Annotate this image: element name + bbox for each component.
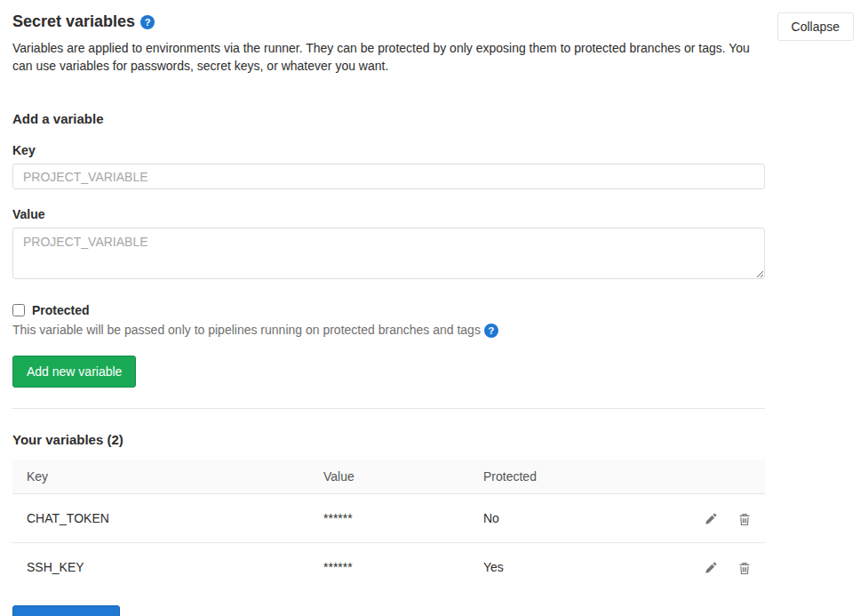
- trash-icon: [738, 564, 751, 578]
- protected-checkbox[interactable]: [12, 304, 25, 316]
- variables-table: Key Value Protected CHAT_TOKEN ****** No: [12, 460, 765, 591]
- reveal-values-button[interactable]: Reveal Values: [12, 605, 120, 616]
- add-new-variable-button[interactable]: Add new variable: [12, 356, 136, 388]
- key-label: Key: [12, 143, 854, 157]
- secret-variables-section: Secret variables ? Collapse Variables ar…: [0, 0, 868, 616]
- protected-help-icon[interactable]: ?: [484, 324, 498, 338]
- variable-actions-cell: [667, 542, 765, 590]
- column-header-key: Key: [12, 460, 309, 494]
- table-row: CHAT_TOKEN ****** No: [12, 494, 765, 543]
- table-row: SSH_KEY ****** Yes: [12, 542, 765, 590]
- table-header-row: Key Value Protected: [12, 460, 765, 494]
- collapse-button[interactable]: Collapse: [777, 12, 854, 41]
- column-header-protected: Protected: [469, 460, 667, 494]
- variable-value-cell: ******: [309, 542, 469, 590]
- add-variable-heading: Add a variable: [12, 111, 854, 126]
- add-variable-form: Add a variable Key Value Protected This …: [12, 111, 854, 388]
- protected-help-text: This variable will be passed only to pip…: [12, 322, 854, 339]
- variable-actions-cell: [667, 494, 765, 543]
- protected-checkbox-row: Protected: [12, 303, 854, 317]
- protected-checkbox-label[interactable]: Protected: [32, 303, 90, 317]
- section-divider: [12, 408, 765, 409]
- help-icon[interactable]: ?: [140, 15, 155, 29]
- variable-key-cell: CHAT_TOKEN: [12, 494, 309, 543]
- section-header: Secret variables ? Collapse Variables ar…: [12, 12, 854, 75]
- trash-icon: [738, 516, 751, 529]
- value-label: Value: [12, 207, 854, 221]
- value-field-group: Value: [12, 207, 854, 282]
- page-title-text: Secret variables: [12, 12, 135, 31]
- column-header-value: Value: [309, 460, 469, 494]
- pencil-icon: [705, 564, 717, 577]
- key-input[interactable]: [12, 164, 765, 189]
- pencil-icon: [705, 515, 717, 528]
- variable-protected-cell: No: [469, 494, 667, 543]
- variable-protected-cell: Yes: [469, 542, 667, 590]
- delete-variable-button[interactable]: [738, 513, 751, 526]
- delete-variable-button[interactable]: [738, 562, 751, 575]
- variable-key-cell: SSH_KEY: [12, 542, 309, 590]
- value-textarea[interactable]: [12, 228, 765, 279]
- section-description: Variables are applied to environments vi…: [12, 39, 765, 75]
- page-title: Secret variables ?: [12, 12, 854, 31]
- key-field-group: Key: [12, 143, 854, 189]
- your-variables-heading: Your variables (2): [12, 432, 854, 447]
- protected-help-text-content: This variable will be passed only to pip…: [12, 323, 481, 337]
- variable-value-cell: ******: [309, 494, 469, 543]
- column-header-actions: [667, 460, 765, 494]
- edit-variable-button[interactable]: [705, 562, 717, 574]
- edit-variable-button[interactable]: [705, 513, 717, 525]
